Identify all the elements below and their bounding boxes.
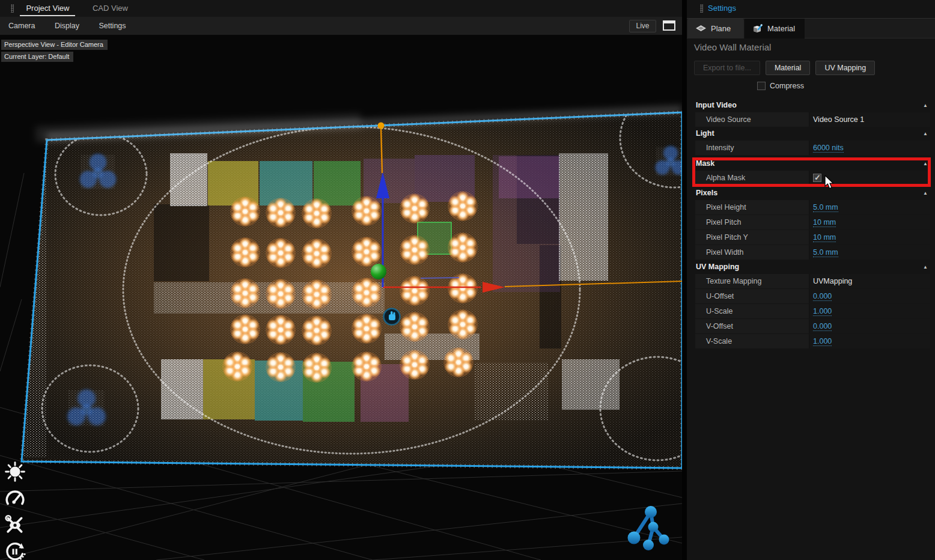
property-row: Pixel Height 5.0 mm — [695, 200, 930, 215]
property-row: Pixel Width 5.0 mm — [695, 245, 930, 260]
section-header[interactable]: Light▲ — [695, 127, 930, 140]
pixel-pitch-value-link[interactable]: 10 mm — [813, 218, 836, 227]
property-label: Texture Mapping — [695, 274, 809, 288]
viewport-3d-canvas[interactable]: Perspective View - Editor Camera Current… — [0, 35, 682, 560]
gizmo-y-handle[interactable] — [371, 264, 386, 279]
window-maximize-icon[interactable] — [663, 20, 675, 31]
section-input-video: Input Video▲ Video Source Video Source 1 — [695, 99, 930, 127]
grip-handle-icon[interactable] — [700, 4, 703, 13]
property-row: V-Scale 1.000 — [695, 334, 930, 348]
grip-handle-icon[interactable] — [11, 4, 14, 13]
property-row: U-Offset 0.000 — [695, 289, 930, 303]
property-label: V-Scale — [695, 334, 809, 348]
corner-marker-top-left — [80, 154, 117, 189]
panel-header: Settings — [687, 0, 935, 18]
pixel-pitch-y-value-link[interactable]: 10 mm — [813, 233, 836, 242]
u-scale-value-link[interactable]: 1.000 — [813, 307, 832, 316]
video-wall-screen[interactable] — [18, 89, 682, 473]
application-window: Project View CAD View Camera Display Set… — [0, 0, 935, 560]
section-mask: Mask▲ Alpha Mask — [695, 157, 930, 185]
property-row: U-Scale 1.000 — [695, 304, 930, 318]
viewport-tool-stack — [4, 460, 28, 560]
live-button[interactable]: Live — [629, 20, 656, 32]
menu-settings[interactable]: Settings — [90, 17, 134, 35]
settings-panel: Settings Plane Material — [687, 0, 935, 560]
compress-checkbox[interactable] — [757, 82, 766, 90]
section-header[interactable]: Mask▲ — [695, 157, 930, 170]
section-header[interactable]: Pixels▲ — [695, 187, 930, 199]
menu-display[interactable]: Display — [46, 17, 88, 35]
section-pixels: Pixels▲ Pixel Height 5.0 mm Pixel Pitch … — [695, 187, 930, 260]
scene-render — [0, 35, 682, 560]
compress-label: Compress — [770, 82, 804, 90]
tab-project-view[interactable]: Project View — [20, 0, 75, 16]
camera-info-label: Perspective View - Editor Camera — [1, 40, 108, 50]
layer-info-label: Current Layer: Default — [1, 52, 73, 62]
tab-material[interactable]: Material — [745, 19, 805, 38]
property-label: U-Scale — [695, 304, 809, 318]
uv-mapping-button[interactable]: UV Mapping — [815, 61, 875, 75]
sun-icon[interactable] — [4, 460, 26, 484]
hand-tool-icon[interactable] — [384, 309, 400, 325]
pixel-width-value-link[interactable]: 5.0 mm — [813, 248, 838, 257]
property-row: Intensity 6000 nits — [695, 141, 930, 155]
panel-title[interactable]: Settings — [708, 4, 736, 13]
gauge-icon[interactable] — [4, 486, 26, 510]
compress-row: Compress — [757, 82, 804, 90]
property-label: Alpha Mask — [695, 171, 809, 185]
collapse-arrow-icon[interactable]: ▲ — [923, 261, 928, 273]
video-source-value[interactable]: Video Source 1 — [809, 115, 864, 124]
view-tab-bar: Project View CAD View — [0, 0, 682, 17]
v-scale-value-link[interactable]: 1.000 — [813, 337, 832, 346]
gizmo-screen-handle[interactable] — [378, 123, 385, 129]
property-label: Pixel Pitch Y — [695, 230, 809, 245]
section-header[interactable]: UV Mapping▲ — [695, 261, 930, 273]
timer-icon[interactable] — [4, 539, 26, 560]
material-name-heading: Video Wall Material — [694, 42, 771, 52]
property-row: Alpha Mask — [695, 171, 930, 185]
section-light: Light▲ Intensity 6000 nits — [695, 127, 930, 155]
corner-marker-top-right — [655, 146, 682, 176]
export-to-file-button[interactable]: Export to file... — [694, 61, 760, 75]
plane-icon — [696, 25, 706, 32]
property-row: Pixel Pitch Y 10 mm — [695, 230, 930, 245]
material-cube-icon — [753, 24, 763, 34]
alpha-mask-checkbox[interactable] — [813, 174, 821, 182]
collapse-arrow-icon[interactable]: ▲ — [923, 157, 928, 170]
u-offset-value-link[interactable]: 0.000 — [813, 292, 832, 301]
collapse-arrow-icon[interactable]: ▲ — [923, 99, 928, 112]
section-uv-mapping: UV Mapping▲ Texture Mapping UVMapping U-… — [695, 261, 930, 348]
tab-cad-view[interactable]: CAD View — [87, 0, 134, 15]
texture-mapping-value[interactable]: UVMapping — [809, 277, 852, 285]
property-row: Pixel Pitch 10 mm — [695, 215, 930, 230]
property-label: V-Offset — [695, 319, 809, 333]
tab-plane[interactable]: Plane — [687, 19, 745, 38]
property-label: U-Offset — [695, 289, 809, 303]
view-tools-icon[interactable] — [4, 513, 26, 537]
property-row: Video Source Video Source 1 — [695, 112, 930, 127]
intensity-value-link[interactable]: 6000 nits — [813, 144, 844, 153]
panel-divider[interactable] — [682, 0, 687, 560]
property-label: Intensity — [695, 141, 809, 155]
property-label: Pixel Height — [695, 200, 809, 215]
property-label: Pixel Pitch — [695, 215, 809, 230]
mouse-cursor-icon — [824, 175, 836, 192]
collapse-arrow-icon[interactable]: ▲ — [923, 187, 928, 199]
pixel-height-value-link[interactable]: 5.0 mm — [813, 203, 838, 212]
property-row: Texture Mapping UVMapping — [695, 274, 930, 288]
collapse-arrow-icon[interactable]: ▲ — [923, 127, 928, 140]
panel-tab-bar: Plane Material — [687, 18, 935, 38]
material-button[interactable]: Material — [766, 61, 810, 75]
property-sections: Input Video▲ Video Source Video Source 1… — [687, 99, 935, 348]
menu-camera[interactable]: Camera — [0, 17, 43, 35]
material-button-row: Export to file... Material UV Mapping — [694, 61, 875, 75]
v-offset-value-link[interactable]: 0.000 — [813, 322, 832, 331]
section-header[interactable]: Input Video▲ — [695, 99, 930, 112]
corner-marker-bottom-left — [67, 389, 106, 427]
viewport-menu-bar: Camera Display Settings Live — [0, 17, 682, 35]
property-label: Video Source — [695, 112, 809, 127]
property-label: Pixel Width — [695, 245, 809, 260]
property-row: V-Offset 0.000 — [695, 319, 930, 333]
